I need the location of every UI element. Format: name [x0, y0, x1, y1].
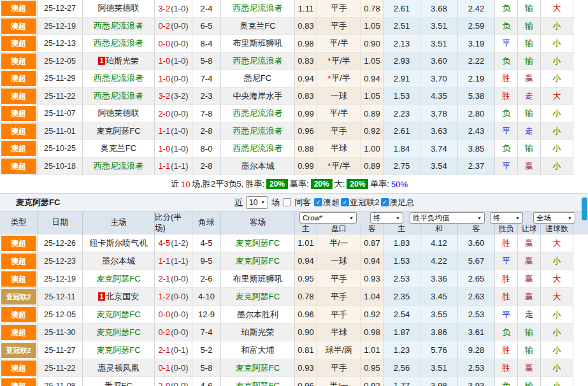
home-team-name: 阿德莱德联	[98, 108, 140, 119]
odds-column-label: 胜负	[495, 224, 518, 234]
half-time-score: (0-0)	[171, 310, 188, 319]
away-team: 珀斯光荣	[221, 324, 295, 341]
full-time-score: 0-2	[158, 21, 170, 31]
score-cell: 0-2(0-0)	[155, 18, 192, 35]
home-team: 1珀斯光荣	[83, 53, 155, 70]
home-team: 西悉尼流浪者	[83, 88, 155, 105]
match-row: 澳超25-12-13西悉尼流浪者0-0(0-0)8-4布里斯班狮吼0.98平/半…	[0, 35, 574, 53]
scrollbar-thumb[interactable]	[582, 197, 587, 220]
half-time-score: (0-0)	[171, 363, 188, 373]
home-team: 阿德莱德联	[83, 0, 155, 17]
half-time-score: (0-1)	[171, 345, 188, 355]
corners: 4-10	[192, 288, 221, 305]
league-badge: 澳超	[1, 71, 36, 86]
handicap-text: 平手	[331, 273, 347, 285]
odds-away: 3.61	[458, 324, 495, 341]
home-team-name: 阿德莱德联	[98, 3, 140, 14]
league-cell: 澳超	[0, 359, 38, 376]
league-badge: 澳超	[1, 307, 36, 322]
column-header-label: 类型	[0, 211, 38, 234]
ah-home-odds: 0.83	[295, 18, 317, 35]
home-team-name: 西悉尼流浪者	[94, 38, 143, 49]
match-date: 25-11-08	[38, 377, 83, 386]
result-goals: 小	[541, 18, 573, 35]
league-badge: 澳超	[1, 18, 36, 34]
odds-time-select[interactable]: 终▼	[370, 212, 403, 224]
corners: 2-3	[192, 88, 221, 105]
result-goals: 小	[541, 306, 573, 323]
half-time-score: (0-0)	[171, 74, 188, 83]
handicap-line: 平/半	[317, 105, 361, 122]
ah-away-odds: 1.05	[361, 18, 384, 35]
league-badge: 澳超	[1, 325, 36, 340]
ah-away-odds: 0.92	[361, 123, 384, 140]
avg-time-select[interactable]: 终▼	[490, 212, 523, 224]
handicap-text: 平手	[331, 291, 347, 303]
score-cell: 2-0(0-0)	[155, 105, 192, 122]
league-filter-checkbox[interactable]: ✓	[341, 198, 349, 206]
match-row: 澳超25-11-08悉尼FC2-0(0-0)4-6麦克阿瑟FC0.96半/一0.…	[0, 377, 574, 386]
result-handicap: 赢	[518, 359, 541, 376]
odds-draw: 4.12	[420, 234, 458, 252]
near-link[interactable]: 近	[234, 197, 243, 208]
ah-home-odds: 0.98	[295, 35, 317, 52]
games-count-value: 10	[249, 198, 257, 207]
odds-away: 2.19	[458, 70, 495, 87]
odds-draw: 3.51	[420, 359, 458, 376]
ah-away-odds: 0.94	[361, 252, 384, 269]
ah-home-odds: 0.78	[295, 288, 317, 305]
handicap-line: 一球	[317, 252, 361, 269]
home-team: 西悉尼流浪者	[83, 70, 155, 87]
games-count-select[interactable]: 10▼	[246, 196, 268, 209]
half-time-score: (1-0)	[171, 126, 188, 136]
score-cell: 0-2(0-0)	[155, 324, 192, 341]
odds-away: 2.65	[458, 270, 495, 287]
period-select[interactable]: 全场▼	[533, 212, 575, 224]
match-date: 25-11-29	[38, 70, 83, 87]
result-goals: 小	[541, 341, 573, 359]
home-team: 纽卡斯尔喷气机	[83, 234, 155, 252]
odds-away: 2.53	[458, 306, 495, 323]
away-team-name: 布里斯班狮吼	[233, 38, 283, 49]
home-team-name: 西悉尼流浪者	[94, 20, 143, 32]
handicap-text: 半球	[331, 143, 347, 154]
odds-draw: 3.86	[420, 324, 458, 341]
handicap-text: 平手	[331, 125, 347, 137]
odds-company-select[interactable]: Crow*▼	[299, 212, 357, 224]
star-marker: *	[327, 74, 331, 83]
home-team-name: 麦克阿瑟FC	[96, 309, 140, 320]
league-cell: 澳超	[0, 140, 38, 157]
ah-home-odds: 0.83	[295, 88, 317, 105]
match-row: 澳超25-12-19麦克阿瑟FC2-1(0-0)2-6布里斯班狮吼0.95平手0…	[0, 270, 574, 288]
match-stats-page: { "colors":{ "league_ao":"#FF8000","leag…	[0, 0, 588, 386]
odds-home: 1.23	[384, 341, 420, 359]
half-time-score: (0-0)	[171, 109, 188, 118]
league-cell: 澳超	[0, 377, 38, 386]
result-goals: 大	[541, 0, 573, 17]
odds-draw: 3.78	[420, 105, 458, 122]
match-date: 25-12-19	[38, 18, 83, 35]
full-time-score: 0-0	[158, 310, 170, 319]
result-wdl: 负	[495, 53, 518, 70]
away-team: 西悉尼流浪者	[221, 0, 295, 17]
avg-odds-select[interactable]: 胜平负均值▼	[410, 212, 485, 224]
result-wdl: 负	[495, 377, 518, 386]
league-badge: 澳超	[1, 361, 36, 376]
league-filter-checkbox[interactable]: ✓	[314, 198, 322, 206]
handicap-line: 半球	[317, 140, 361, 157]
corners: 4-6	[192, 377, 221, 386]
corners: 2-6	[192, 270, 221, 287]
same-away-checkbox[interactable]	[283, 198, 291, 206]
odds-draw: 3.68	[420, 0, 458, 17]
odds-draw: 3.36	[420, 270, 458, 287]
league-filter-checkbox[interactable]: ✓	[381, 198, 389, 206]
summary-count: 10	[181, 180, 190, 189]
away-team: 麦克阿瑟FC	[221, 252, 295, 269]
select-value: 胜平负均值	[413, 213, 450, 223]
result-goals: 小	[541, 105, 573, 122]
league-filter-item: ✓澳超	[314, 197, 340, 208]
corners: 4-5	[192, 234, 221, 252]
ah-away-odds: 0.87	[361, 234, 384, 252]
handicap-rate-label: 赢率:	[290, 178, 309, 190]
away-team: 奥克兰FC	[221, 18, 295, 35]
